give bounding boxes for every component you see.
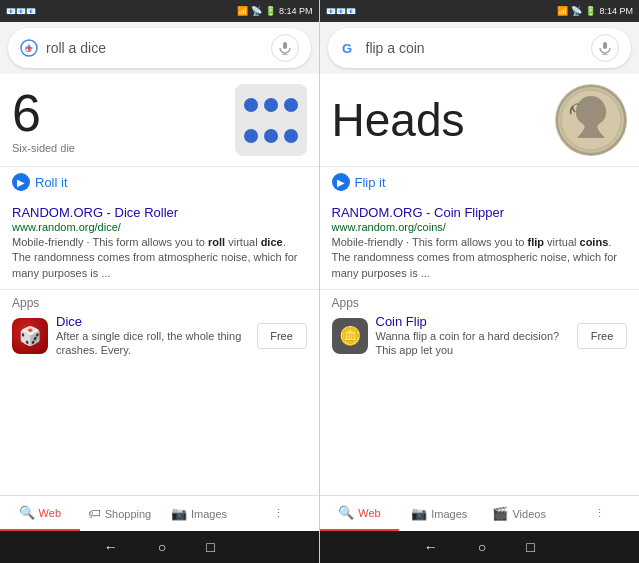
dot-1 <box>244 98 258 112</box>
signal-icon-right: 📶 <box>557 6 568 16</box>
mic-button-right[interactable] <box>591 34 619 62</box>
coin-svg <box>555 84 627 156</box>
dot-3 <box>284 98 298 112</box>
system-nav-left: ← ○ □ <box>0 531 319 563</box>
dice-label: Six-sided die <box>12 142 75 154</box>
more-menu-left[interactable]: ⋮ <box>239 496 319 531</box>
url-path-left: dice/ <box>98 221 121 233</box>
more-icon-left: ⋮ <box>273 507 284 520</box>
roll-it-label: Roll it <box>35 175 68 190</box>
status-bar-right: 📧📧📧 📶 📡 🔋 8:14 PM <box>320 0 640 22</box>
coin-app-item: 🪙 Coin Flip Wanna flip a coin for a hard… <box>332 314 628 358</box>
battery-icon: 🔋 <box>265 6 276 16</box>
google-logo-left: G <box>20 39 38 57</box>
coin-app-info: Coin Flip Wanna flip a coin for a hard d… <box>376 314 570 358</box>
bottom-nav-left: 🔍 Web 🏷 Shopping 📷 Images ⋮ <box>0 495 319 531</box>
tab-images-left[interactable]: 📷 Images <box>159 496 239 531</box>
videos-icon-right: 🎬 <box>492 506 508 521</box>
recents-button-left[interactable]: □ <box>206 539 214 555</box>
tab-videos-label-right: Videos <box>512 508 545 520</box>
back-button-right[interactable]: ← <box>424 539 438 555</box>
flip-it-label: Flip it <box>355 175 386 190</box>
time-display: 8:14 PM <box>279 6 313 16</box>
svg-rect-6 <box>603 42 607 49</box>
coin-app-desc: Wanna flip a coin for a hard decision? T… <box>376 329 570 358</box>
status-icons-right: 📶 📡 🔋 8:14 PM <box>237 6 313 16</box>
tab-images-right[interactable]: 📷 Images <box>399 496 479 531</box>
tab-web-left[interactable]: 🔍 Web <box>0 496 80 531</box>
home-button-left[interactable]: ○ <box>158 539 166 555</box>
random-org-dice-result[interactable]: RANDOM.ORG - Dice Roller www.random.org/… <box>0 197 319 290</box>
dice-number: 6 <box>12 87 75 139</box>
flip-arrow-icon: ▶ <box>332 173 350 191</box>
images-icon-right: 📷 <box>411 506 427 521</box>
apps-label-right: Apps <box>332 296 628 310</box>
dot-5 <box>264 129 278 143</box>
battery-icon-right: 🔋 <box>585 6 596 16</box>
recents-button-right[interactable]: □ <box>526 539 534 555</box>
tab-web-label-right: Web <box>358 507 380 519</box>
time-display-right: 8:14 PM <box>599 6 633 16</box>
search-bar-left[interactable]: G roll a dice <box>8 28 311 68</box>
coin-visual <box>555 84 627 156</box>
url-base-left: www.random.org/ <box>12 221 98 233</box>
more-menu-right[interactable]: ⋮ <box>559 496 639 531</box>
search-query-right: flip a coin <box>366 40 592 56</box>
status-icons-right-right: 📶 📡 🔋 8:14 PM <box>557 6 633 16</box>
home-button-right[interactable]: ○ <box>478 539 486 555</box>
dot-4 <box>244 129 258 143</box>
result-title-right[interactable]: RANDOM.ORG - Coin Flipper <box>332 205 628 220</box>
web-icon-left: 🔍 <box>19 505 35 520</box>
svg-text:G: G <box>25 44 32 54</box>
tab-web-label-left: Web <box>39 507 61 519</box>
svg-text:G: G <box>342 41 352 56</box>
google-logo-right: G <box>340 39 358 57</box>
tab-shopping-left[interactable]: 🏷 Shopping <box>80 496 160 531</box>
flip-it-button[interactable]: ▶ Flip it <box>320 167 640 197</box>
images-icon-left: 📷 <box>171 506 187 521</box>
dice-result-card: 6 Six-sided die <box>0 74 319 167</box>
tab-shopping-label-left: Shopping <box>105 508 152 520</box>
dot-6 <box>284 129 298 143</box>
dice-app-name[interactable]: Dice <box>56 314 249 329</box>
tab-images-label-left: Images <box>191 508 227 520</box>
dice-app-icon-emoji: 🎲 <box>19 325 41 347</box>
content-area-right: Heads ▶ Flip it RANDOM.ORG <box>320 74 640 495</box>
mic-button-left[interactable] <box>271 34 299 62</box>
apps-section-right: Apps 🪙 Coin Flip Wanna flip a coin for a… <box>320 290 640 362</box>
dice-result-info: 6 Six-sided die <box>12 87 75 154</box>
coin-app-icon: 🪙 <box>332 318 368 354</box>
coin-app-name[interactable]: Coin Flip <box>376 314 570 329</box>
shopping-icon-left: 🏷 <box>88 506 101 521</box>
status-bar-left: 📧📧📧 📶 📡 🔋 8:14 PM <box>0 0 319 22</box>
right-panel: 📧📧📧 📶 📡 🔋 8:14 PM G flip a coin <box>320 0 640 563</box>
random-org-coin-result[interactable]: RANDOM.ORG - Coin Flipper www.random.org… <box>320 197 640 290</box>
signal-icon: 📶 <box>237 6 248 16</box>
more-icon-right: ⋮ <box>594 507 605 520</box>
back-button-left[interactable]: ← <box>104 539 118 555</box>
left-panel: 📧📧📧 📶 📡 🔋 8:14 PM G roll a dice <box>0 0 320 563</box>
dice-app-info: Dice After a single dice roll, the whole… <box>56 314 249 358</box>
coin-free-button[interactable]: Free <box>577 323 627 349</box>
content-area-left: 6 Six-sided die ▶ Roll it RANDOM.ORG - D… <box>0 74 319 495</box>
wifi-icon: 📡 <box>251 6 262 16</box>
result-title-left[interactable]: RANDOM.ORG - Dice Roller <box>12 205 307 220</box>
search-bar-right[interactable]: G flip a coin <box>328 28 632 68</box>
notification-icons-right: 📧📧📧 <box>326 7 356 16</box>
tab-videos-right[interactable]: 🎬 Videos <box>479 496 559 531</box>
dice-app-icon: 🎲 <box>12 318 48 354</box>
result-url-left: www.random.org/dice/ <box>12 221 307 233</box>
web-icon-right: 🔍 <box>338 505 354 520</box>
search-query-left: roll a dice <box>46 40 271 56</box>
coin-result-info: Heads <box>332 93 465 147</box>
dot-2 <box>264 98 278 112</box>
bottom-nav-right: 🔍 Web 📷 Images 🎬 Videos ⋮ <box>320 495 640 531</box>
roll-it-button[interactable]: ▶ Roll it <box>0 167 319 197</box>
result-url-right: www.random.org/coins/ <box>332 221 628 233</box>
tab-web-right[interactable]: 🔍 Web <box>320 496 400 531</box>
dice-free-button[interactable]: Free <box>257 323 307 349</box>
url-base-right: www.random.org/ <box>332 221 418 233</box>
coin-app-icon-emoji: 🪙 <box>339 325 361 347</box>
result-snippet-left: Mobile-friendly · This form allows you t… <box>12 235 307 281</box>
svg-rect-2 <box>283 42 287 49</box>
